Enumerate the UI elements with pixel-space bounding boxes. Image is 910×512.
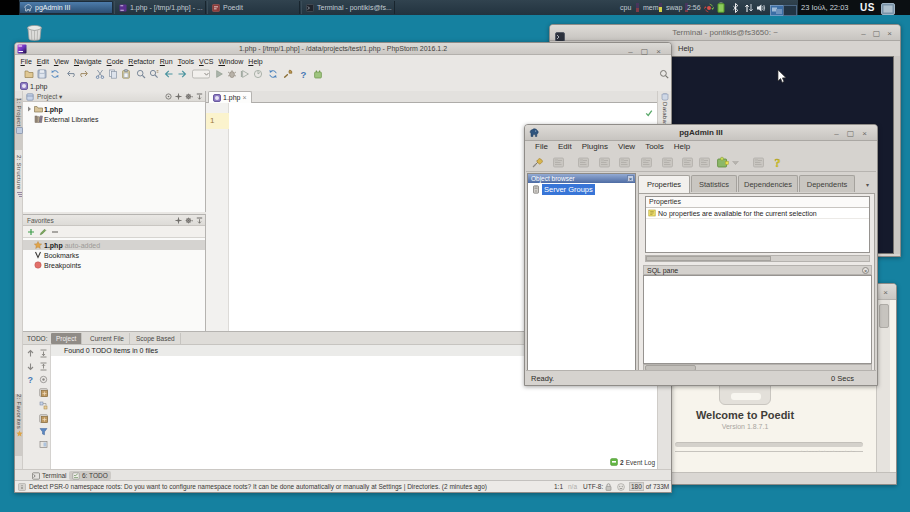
editor-tab-1php[interactable]: 1.php × [208, 91, 252, 103]
battery-icon[interactable] [717, 2, 725, 13]
panel-clock[interactable]: 23 Ιούλ, 22:03 [801, 0, 848, 15]
collapse-all-icon[interactable] [39, 362, 48, 371]
poedit-button-edge[interactable] [675, 442, 863, 447]
menu-run[interactable]: Run [157, 56, 175, 67]
paste-icon[interactable] [121, 69, 131, 79]
connect-icon[interactable] [531, 156, 544, 169]
project-tree-row-external-libraries[interactable]: External Libraries [23, 114, 205, 124]
locate-icon[interactable] [165, 93, 172, 100]
phpstorm-titlebar[interactable]: 1.php - [/tmp/1.php] - /data/projects/te… [15, 43, 671, 55]
plugins-dropdown-icon[interactable] [731, 156, 744, 169]
uptime-clock[interactable]: 2:56 [687, 0, 701, 15]
redo-icon[interactable] [79, 69, 89, 79]
filter-data-icon[interactable] [681, 156, 694, 169]
query-tool-icon[interactable] [640, 156, 653, 169]
terminal-menu-help[interactable]: Help [674, 41, 697, 56]
undo-icon[interactable] [66, 69, 76, 79]
terminal-titlebar[interactable]: Terminal - pontikis@fs3650: ~ – ▢ × [550, 25, 900, 41]
tab-statistics[interactable]: Statistics [691, 175, 737, 192]
caret-position[interactable]: 1:1 [554, 481, 563, 493]
speaker-icon[interactable] [756, 3, 766, 13]
run-coverage-icon[interactable] [240, 69, 250, 79]
pgadmin-help-icon[interactable]: ? [772, 156, 785, 169]
menu-window[interactable]: Window [216, 56, 246, 67]
run-icon[interactable] [214, 69, 224, 79]
hide-panel-icon[interactable] [196, 93, 203, 100]
sql-pane-close-icon[interactable]: × [862, 267, 869, 274]
project-tree-row-root[interactable]: 1.php [23, 104, 205, 114]
terminal-maximize-button[interactable]: ▢ [872, 29, 881, 38]
menu-vcs[interactable]: VCS [197, 56, 216, 67]
copy-icon[interactable] [108, 69, 118, 79]
toolwindow-button-terminal[interactable]: Terminal [29, 471, 70, 480]
bluetooth-icon[interactable] [732, 3, 739, 13]
debug-icon[interactable] [227, 69, 237, 79]
favorites-gear-icon[interactable] [185, 217, 193, 224]
object-browser-close-icon[interactable]: × [627, 175, 634, 182]
profile-icon[interactable] [253, 69, 263, 79]
mem-monitor-bar[interactable] [659, 3, 662, 12]
favorites-scroll-icon[interactable] [175, 217, 182, 224]
gear-icon[interactable] [185, 93, 193, 100]
display-tray-icon[interactable] [881, 1, 895, 19]
filter-icon[interactable] [39, 427, 48, 436]
menu-file[interactable]: File [18, 56, 34, 67]
help-icon[interactable]: ? [26, 375, 35, 384]
favorites-row-breakpoints[interactable]: Breakpoints [23, 260, 205, 270]
plugin-icon[interactable] [313, 69, 323, 79]
save-all-icon[interactable] [37, 69, 47, 79]
search-everywhere-icon[interactable] [659, 69, 669, 79]
pgadmin-close-button[interactable]: × [860, 129, 869, 138]
pg-menu-tools[interactable]: Tools [640, 141, 669, 153]
info-icon[interactable] [18, 483, 26, 491]
encoding-indicator[interactable]: UTF-8: [583, 481, 603, 493]
project-panel-header[interactable]: Project ▾ [23, 91, 205, 102]
trash-icon[interactable] [26, 25, 43, 41]
terminal-minimize-button[interactable]: – [859, 29, 868, 38]
todo-tab-scope-based[interactable]: Scope Based [131, 333, 181, 344]
favorites-panel-header[interactable]: Favorites [23, 215, 205, 226]
menu-refactor[interactable]: Refactor [126, 56, 157, 67]
poedit-close-button[interactable]: × [881, 288, 890, 297]
todo-tab-project[interactable]: Project [51, 333, 82, 344]
navbar-breadcrumb[interactable]: 1.php [20, 81, 48, 91]
find-icon[interactable] [136, 69, 146, 79]
add-favorite-icon[interactable] [27, 228, 35, 236]
toolwindow-button-favorites[interactable]: 2: Favorites [15, 394, 23, 456]
sql-pane-content[interactable] [643, 275, 872, 364]
group-by-modules-icon[interactable] [39, 401, 48, 410]
menu-navigate[interactable]: Navigate [71, 56, 104, 67]
pg-menu-edit[interactable]: Edit [553, 141, 577, 153]
remove-favorite-icon[interactable] [51, 228, 59, 236]
drop-icon[interactable] [618, 156, 631, 169]
status-message[interactable]: Detect PSR-0 namespace roots: Do you wan… [29, 481, 487, 493]
navigate-back-icon[interactable] [164, 69, 174, 79]
tab-close-icon[interactable]: × [243, 94, 247, 101]
settings-icon[interactable] [283, 69, 293, 79]
create-icon[interactable] [598, 156, 611, 169]
expand-all-icon[interactable] [39, 349, 48, 358]
run-configuration-select[interactable] [192, 69, 202, 79]
pgadmin-minimize-button[interactable]: – [832, 129, 841, 138]
next-todo-icon[interactable] [26, 362, 35, 371]
memory-indicator[interactable]: 180 of 733M [629, 481, 669, 493]
favorites-row-bookmarks[interactable]: Bookmarks [23, 250, 205, 260]
toolwindow-button-project[interactable]: 1: Project [15, 98, 23, 150]
favorites-row-file[interactable]: 1.php auto-added [23, 240, 205, 250]
poedit-scrollbar[interactable] [876, 300, 890, 472]
edit-grid-icon[interactable] [698, 156, 711, 169]
lock-icon[interactable] [605, 483, 612, 491]
tab-overflow-icon[interactable]: ▾ [866, 181, 869, 188]
pg-menu-help[interactable]: Help [669, 141, 695, 153]
vacuum-icon[interactable] [752, 156, 765, 169]
pg-menu-plugins[interactable]: Plugins [577, 141, 613, 153]
help-icon[interactable]: ? [298, 69, 308, 79]
menu-tools[interactable]: Tools [175, 56, 196, 67]
toolwindow-button-structure[interactable]: 2: Structure [15, 155, 23, 213]
server-groups-row[interactable]: Server Groups [532, 184, 595, 194]
pg-menu-file[interactable]: File [530, 141, 553, 153]
toolwindow-button-todo[interactable]: 6: TODO [69, 471, 111, 480]
taskbar-button-poedit[interactable]: Poedit [207, 1, 300, 14]
previous-todo-icon[interactable] [26, 349, 35, 358]
cut-icon[interactable] [95, 69, 105, 79]
